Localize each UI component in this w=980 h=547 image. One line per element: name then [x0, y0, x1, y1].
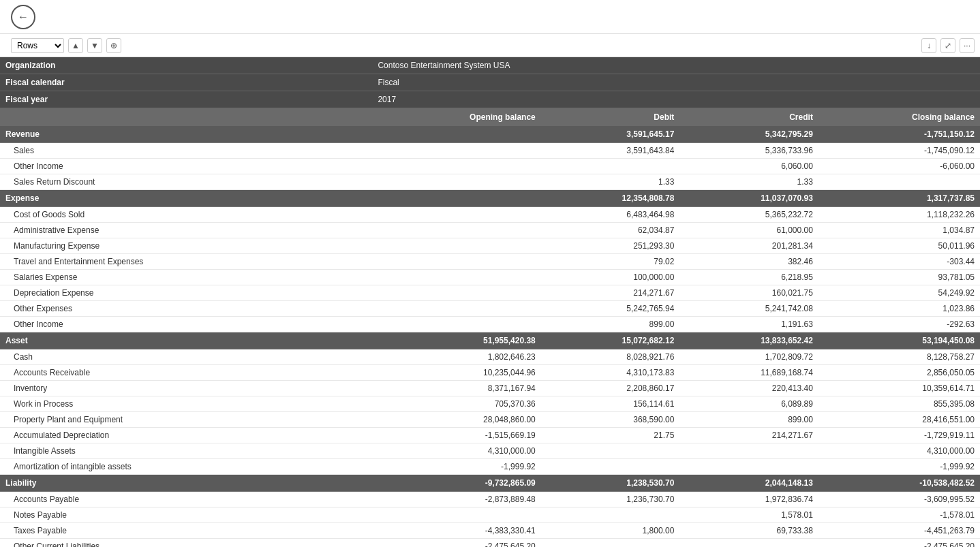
row-opening: 4,310,000.00 [372, 443, 540, 459]
group-col-3: -10,538,482.52 [818, 475, 980, 492]
row-name: Cost of Goods Sold [0, 207, 372, 223]
row-closing: -4,451,263.79 [818, 523, 980, 539]
table-row: Intangible Assets 4,310,000.00 4,310,000… [0, 443, 980, 459]
group-col-1: 1,238,530.70 [541, 475, 680, 492]
row-credit: 1,972,836.74 [679, 492, 818, 507]
table-row: Other Current Liabilities -2,475,645.20 … [0, 539, 980, 548]
row-closing: 28,416,551.00 [818, 412, 980, 428]
row-closing: 855,395.08 [818, 396, 980, 412]
table-row: Sales Return Discount 1.33 1.33 [0, 174, 980, 190]
group-col-2: 5,342,795.29 [679, 126, 818, 143]
row-name: Sales Return Discount [0, 174, 372, 190]
row-credit: 11,689,168.74 [679, 365, 818, 381]
group-name: Liability [0, 475, 372, 492]
row-opening: -2,475,645.20 [372, 539, 540, 548]
group-col-2: 2,044,148.13 [679, 475, 818, 492]
table-row: Accounts Receivable 10,235,044.96 4,310,… [0, 365, 980, 381]
row-opening [372, 301, 540, 317]
row-name: Administrative Expense [0, 223, 372, 238]
row-closing: -303.44 [818, 254, 980, 270]
row-debit: 1,800.00 [541, 523, 680, 539]
info-label: Fiscal year [0, 91, 372, 108]
group-row: Revenue3,591,645.175,342,795.29-1,751,15… [0, 126, 980, 143]
row-debit: 8,028,921.76 [541, 349, 680, 365]
row-name: Property Plant and Equipment [0, 412, 372, 428]
row-debit: 1.33 [541, 174, 680, 190]
row-closing: -3,609,995.52 [818, 492, 980, 507]
table-row: Amortization of intangible assets -1,999… [0, 459, 980, 475]
header-bar: ← [0, 0, 980, 34]
row-closing: 1,034.87 [818, 223, 980, 238]
row-opening: -2,873,889.48 [372, 492, 540, 507]
fullscreen-button[interactable]: ⤢ [940, 38, 955, 53]
drill-up-button[interactable]: ▲ [68, 38, 83, 53]
row-debit: 100,000.00 [541, 270, 680, 285]
row-opening [372, 285, 540, 301]
table-row: Salaries Expense 100,000.00 6,218.95 93,… [0, 270, 980, 285]
row-closing: 4,310,000.00 [818, 443, 980, 459]
info-label: Organization [0, 57, 372, 74]
info-row: Fiscal year2017 [0, 91, 980, 108]
drill-down-button[interactable]: ▼ [87, 38, 102, 53]
row-opening: 28,048,860.00 [372, 412, 540, 428]
row-name: Taxes Payable [0, 523, 372, 539]
row-credit: 382.46 [679, 254, 818, 270]
row-opening: -1,515,669.19 [372, 428, 540, 443]
row-opening [372, 254, 540, 270]
row-name: Salaries Expense [0, 270, 372, 285]
row-closing: -1,999.92 [818, 459, 980, 475]
row-credit: 5,365,232.72 [679, 207, 818, 223]
row-closing: 50,011.96 [818, 238, 980, 254]
table-row: Administrative Expense 62,034.87 61,000.… [0, 223, 980, 238]
group-col-0 [372, 190, 540, 207]
row-debit: 5,242,765.94 [541, 301, 680, 317]
back-button[interactable]: ← [11, 5, 35, 29]
row-closing [818, 174, 980, 190]
row-debit: 214,271.67 [541, 285, 680, 301]
row-credit [679, 539, 818, 548]
table-row: Other Expenses 5,242,765.94 5,241,742.08… [0, 301, 980, 317]
group-row: Asset51,955,420.3815,072,682.1213,833,65… [0, 332, 980, 349]
group-col-1: 3,591,645.17 [541, 126, 680, 143]
row-name: Amortization of intangible assets [0, 459, 372, 475]
row-credit: 220,413.40 [679, 381, 818, 396]
row-debit: 156,114.61 [541, 396, 680, 412]
row-credit: 61,000.00 [679, 223, 818, 238]
info-row: OrganizationContoso Entertainment System… [0, 57, 980, 74]
row-closing: 54,249.92 [818, 285, 980, 301]
trial-balance-table: OrganizationContoso Entertainment System… [0, 57, 980, 547]
row-closing: -292.63 [818, 317, 980, 332]
column-header-row: Opening balanceDebitCreditClosing balanc… [0, 108, 980, 127]
table-row: Manufacturing Expense 251,293.30 201,281… [0, 238, 980, 254]
row-debit: 251,293.30 [541, 238, 680, 254]
toolbar-right: ↓ ⤢ ··· [921, 38, 975, 53]
drill-select[interactable]: Rows Columns [11, 38, 64, 53]
group-name: Expense [0, 190, 372, 207]
row-name: Work in Process [0, 396, 372, 412]
more-options-button[interactable]: ··· [960, 38, 975, 53]
row-credit: 69,733.38 [679, 523, 818, 539]
row-debit: 4,310,173.83 [541, 365, 680, 381]
row-credit: 899.00 [679, 412, 818, 428]
table-row: Accounts Payable -2,873,889.48 1,236,730… [0, 492, 980, 507]
table-row: Cash 1,802,646.23 8,028,921.76 1,702,809… [0, 349, 980, 365]
row-name: Sales [0, 143, 372, 159]
table-row: Other Income 899.00 1,191.63 -292.63 [0, 317, 980, 332]
group-col-1: 12,354,808.78 [541, 190, 680, 207]
row-opening: 1,802,646.23 [372, 349, 540, 365]
row-debit [541, 507, 680, 523]
expand-button[interactable]: ⊕ [106, 38, 121, 53]
row-opening: 705,370.36 [372, 396, 540, 412]
download-button[interactable]: ↓ [921, 38, 936, 53]
group-col-0: 51,955,420.38 [372, 332, 540, 349]
row-credit: 5,241,742.08 [679, 301, 818, 317]
row-credit: 1.33 [679, 174, 818, 190]
table-row: Accumulated Depreciation -1,515,669.19 2… [0, 428, 980, 443]
row-opening [372, 507, 540, 523]
row-debit: 6,483,464.98 [541, 207, 680, 223]
row-credit: 201,281.34 [679, 238, 818, 254]
row-opening [372, 317, 540, 332]
row-debit [541, 539, 680, 548]
row-credit: 214,271.67 [679, 428, 818, 443]
row-name: Notes Payable [0, 507, 372, 523]
